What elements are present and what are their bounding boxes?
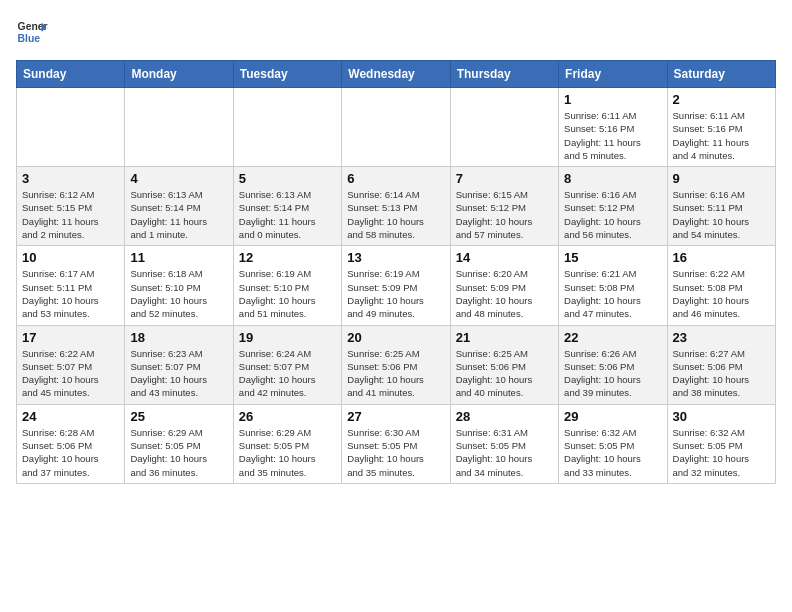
weekday-header-sunday: Sunday — [17, 61, 125, 88]
calendar-cell: 11Sunrise: 6:18 AM Sunset: 5:10 PM Dayli… — [125, 246, 233, 325]
day-info: Sunrise: 6:13 AM Sunset: 5:14 PM Dayligh… — [239, 188, 336, 241]
logo: General Blue — [16, 16, 48, 48]
day-number: 3 — [22, 171, 119, 186]
day-info: Sunrise: 6:25 AM Sunset: 5:06 PM Dayligh… — [347, 347, 444, 400]
calendar-cell: 19Sunrise: 6:24 AM Sunset: 5:07 PM Dayli… — [233, 325, 341, 404]
calendar-cell: 7Sunrise: 6:15 AM Sunset: 5:12 PM Daylig… — [450, 167, 558, 246]
day-info: Sunrise: 6:17 AM Sunset: 5:11 PM Dayligh… — [22, 267, 119, 320]
calendar-cell: 15Sunrise: 6:21 AM Sunset: 5:08 PM Dayli… — [559, 246, 667, 325]
calendar-week-row: 1Sunrise: 6:11 AM Sunset: 5:16 PM Daylig… — [17, 88, 776, 167]
day-info: Sunrise: 6:14 AM Sunset: 5:13 PM Dayligh… — [347, 188, 444, 241]
calendar-cell: 26Sunrise: 6:29 AM Sunset: 5:05 PM Dayli… — [233, 404, 341, 483]
day-info: Sunrise: 6:30 AM Sunset: 5:05 PM Dayligh… — [347, 426, 444, 479]
day-info: Sunrise: 6:13 AM Sunset: 5:14 PM Dayligh… — [130, 188, 227, 241]
day-number: 11 — [130, 250, 227, 265]
calendar-cell: 23Sunrise: 6:27 AM Sunset: 5:06 PM Dayli… — [667, 325, 775, 404]
day-number: 9 — [673, 171, 770, 186]
calendar-cell: 8Sunrise: 6:16 AM Sunset: 5:12 PM Daylig… — [559, 167, 667, 246]
day-info: Sunrise: 6:32 AM Sunset: 5:05 PM Dayligh… — [673, 426, 770, 479]
day-number: 24 — [22, 409, 119, 424]
day-info: Sunrise: 6:32 AM Sunset: 5:05 PM Dayligh… — [564, 426, 661, 479]
calendar-cell: 17Sunrise: 6:22 AM Sunset: 5:07 PM Dayli… — [17, 325, 125, 404]
calendar-cell — [342, 88, 450, 167]
day-info: Sunrise: 6:29 AM Sunset: 5:05 PM Dayligh… — [130, 426, 227, 479]
calendar-cell: 4Sunrise: 6:13 AM Sunset: 5:14 PM Daylig… — [125, 167, 233, 246]
calendar-table: SundayMondayTuesdayWednesdayThursdayFrid… — [16, 60, 776, 484]
calendar-cell: 9Sunrise: 6:16 AM Sunset: 5:11 PM Daylig… — [667, 167, 775, 246]
calendar-cell: 6Sunrise: 6:14 AM Sunset: 5:13 PM Daylig… — [342, 167, 450, 246]
calendar-cell: 21Sunrise: 6:25 AM Sunset: 5:06 PM Dayli… — [450, 325, 558, 404]
day-number: 16 — [673, 250, 770, 265]
weekday-header-monday: Monday — [125, 61, 233, 88]
day-info: Sunrise: 6:27 AM Sunset: 5:06 PM Dayligh… — [673, 347, 770, 400]
day-number: 15 — [564, 250, 661, 265]
weekday-header-thursday: Thursday — [450, 61, 558, 88]
day-info: Sunrise: 6:16 AM Sunset: 5:11 PM Dayligh… — [673, 188, 770, 241]
day-info: Sunrise: 6:24 AM Sunset: 5:07 PM Dayligh… — [239, 347, 336, 400]
calendar-cell: 2Sunrise: 6:11 AM Sunset: 5:16 PM Daylig… — [667, 88, 775, 167]
calendar-cell: 28Sunrise: 6:31 AM Sunset: 5:05 PM Dayli… — [450, 404, 558, 483]
weekday-header-saturday: Saturday — [667, 61, 775, 88]
calendar-cell: 25Sunrise: 6:29 AM Sunset: 5:05 PM Dayli… — [125, 404, 233, 483]
day-number: 17 — [22, 330, 119, 345]
day-info: Sunrise: 6:11 AM Sunset: 5:16 PM Dayligh… — [673, 109, 770, 162]
day-info: Sunrise: 6:31 AM Sunset: 5:05 PM Dayligh… — [456, 426, 553, 479]
day-number: 23 — [673, 330, 770, 345]
calendar-cell: 29Sunrise: 6:32 AM Sunset: 5:05 PM Dayli… — [559, 404, 667, 483]
calendar-cell: 3Sunrise: 6:12 AM Sunset: 5:15 PM Daylig… — [17, 167, 125, 246]
day-number: 27 — [347, 409, 444, 424]
day-info: Sunrise: 6:15 AM Sunset: 5:12 PM Dayligh… — [456, 188, 553, 241]
day-info: Sunrise: 6:28 AM Sunset: 5:06 PM Dayligh… — [22, 426, 119, 479]
calendar-week-row: 24Sunrise: 6:28 AM Sunset: 5:06 PM Dayli… — [17, 404, 776, 483]
day-number: 22 — [564, 330, 661, 345]
day-number: 18 — [130, 330, 227, 345]
day-info: Sunrise: 6:19 AM Sunset: 5:10 PM Dayligh… — [239, 267, 336, 320]
day-number: 26 — [239, 409, 336, 424]
calendar-cell: 16Sunrise: 6:22 AM Sunset: 5:08 PM Dayli… — [667, 246, 775, 325]
day-info: Sunrise: 6:23 AM Sunset: 5:07 PM Dayligh… — [130, 347, 227, 400]
day-number: 13 — [347, 250, 444, 265]
weekday-header-row: SundayMondayTuesdayWednesdayThursdayFrid… — [17, 61, 776, 88]
day-number: 19 — [239, 330, 336, 345]
calendar-cell: 22Sunrise: 6:26 AM Sunset: 5:06 PM Dayli… — [559, 325, 667, 404]
day-number: 12 — [239, 250, 336, 265]
calendar-week-row: 10Sunrise: 6:17 AM Sunset: 5:11 PM Dayli… — [17, 246, 776, 325]
day-number: 21 — [456, 330, 553, 345]
day-info: Sunrise: 6:22 AM Sunset: 5:08 PM Dayligh… — [673, 267, 770, 320]
day-number: 10 — [22, 250, 119, 265]
svg-text:Blue: Blue — [18, 33, 41, 44]
day-number: 30 — [673, 409, 770, 424]
calendar-cell: 27Sunrise: 6:30 AM Sunset: 5:05 PM Dayli… — [342, 404, 450, 483]
day-info: Sunrise: 6:12 AM Sunset: 5:15 PM Dayligh… — [22, 188, 119, 241]
weekday-header-wednesday: Wednesday — [342, 61, 450, 88]
day-number: 6 — [347, 171, 444, 186]
calendar-cell: 18Sunrise: 6:23 AM Sunset: 5:07 PM Dayli… — [125, 325, 233, 404]
day-number: 2 — [673, 92, 770, 107]
page-header: General Blue — [16, 16, 776, 48]
day-number: 4 — [130, 171, 227, 186]
day-info: Sunrise: 6:20 AM Sunset: 5:09 PM Dayligh… — [456, 267, 553, 320]
calendar-cell — [233, 88, 341, 167]
calendar-cell: 14Sunrise: 6:20 AM Sunset: 5:09 PM Dayli… — [450, 246, 558, 325]
day-number: 7 — [456, 171, 553, 186]
calendar-week-row: 3Sunrise: 6:12 AM Sunset: 5:15 PM Daylig… — [17, 167, 776, 246]
day-info: Sunrise: 6:19 AM Sunset: 5:09 PM Dayligh… — [347, 267, 444, 320]
calendar-cell — [125, 88, 233, 167]
day-number: 29 — [564, 409, 661, 424]
weekday-header-friday: Friday — [559, 61, 667, 88]
calendar-cell: 20Sunrise: 6:25 AM Sunset: 5:06 PM Dayli… — [342, 325, 450, 404]
day-info: Sunrise: 6:18 AM Sunset: 5:10 PM Dayligh… — [130, 267, 227, 320]
calendar-cell: 30Sunrise: 6:32 AM Sunset: 5:05 PM Dayli… — [667, 404, 775, 483]
day-info: Sunrise: 6:25 AM Sunset: 5:06 PM Dayligh… — [456, 347, 553, 400]
day-info: Sunrise: 6:11 AM Sunset: 5:16 PM Dayligh… — [564, 109, 661, 162]
day-info: Sunrise: 6:16 AM Sunset: 5:12 PM Dayligh… — [564, 188, 661, 241]
day-info: Sunrise: 6:29 AM Sunset: 5:05 PM Dayligh… — [239, 426, 336, 479]
day-info: Sunrise: 6:21 AM Sunset: 5:08 PM Dayligh… — [564, 267, 661, 320]
calendar-cell: 12Sunrise: 6:19 AM Sunset: 5:10 PM Dayli… — [233, 246, 341, 325]
day-number: 28 — [456, 409, 553, 424]
day-number: 8 — [564, 171, 661, 186]
day-number: 25 — [130, 409, 227, 424]
weekday-header-tuesday: Tuesday — [233, 61, 341, 88]
calendar-cell: 13Sunrise: 6:19 AM Sunset: 5:09 PM Dayli… — [342, 246, 450, 325]
day-info: Sunrise: 6:26 AM Sunset: 5:06 PM Dayligh… — [564, 347, 661, 400]
